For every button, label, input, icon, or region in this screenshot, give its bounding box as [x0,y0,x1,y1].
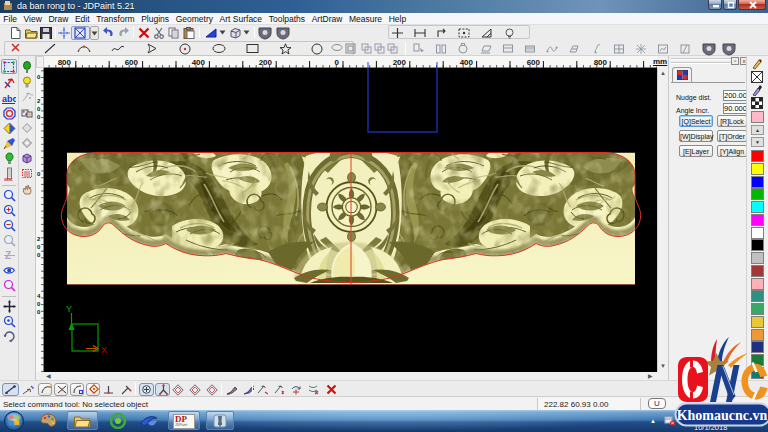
svg-text:Y: Y [66,304,72,314]
svg-text:400: 400 [460,58,474,67]
svg-text:2: 2 [37,236,41,242]
svg-text:X: X [101,345,107,355]
svg-text:Khomaucnc.vn: Khomaucnc.vn [677,408,768,423]
svg-text:0: 0 [37,74,41,80]
svg-text:0: 0 [37,106,41,112]
svg-text:0: 0 [37,252,41,258]
svg-text:800: 800 [594,58,608,67]
svg-text:400: 400 [192,58,206,67]
svg-text:800: 800 [58,58,72,67]
svg-text:abc: abc [4,176,13,182]
svg-text:0: 0 [37,114,41,120]
svg-text:600: 600 [527,58,541,67]
svg-text:0: 0 [37,309,41,315]
svg-text:600: 600 [125,58,139,67]
svg-text:200: 200 [259,58,273,67]
svg-text:0: 0 [335,58,340,67]
svg-text:0: 0 [37,171,41,177]
svg-text:200: 200 [393,58,407,67]
svg-text:2: 2 [37,98,41,104]
svg-text:0: 0 [37,244,41,250]
svg-text:4: 4 [37,293,41,299]
svg-text:abc: abc [2,94,16,104]
svg-text:0: 0 [37,301,41,307]
